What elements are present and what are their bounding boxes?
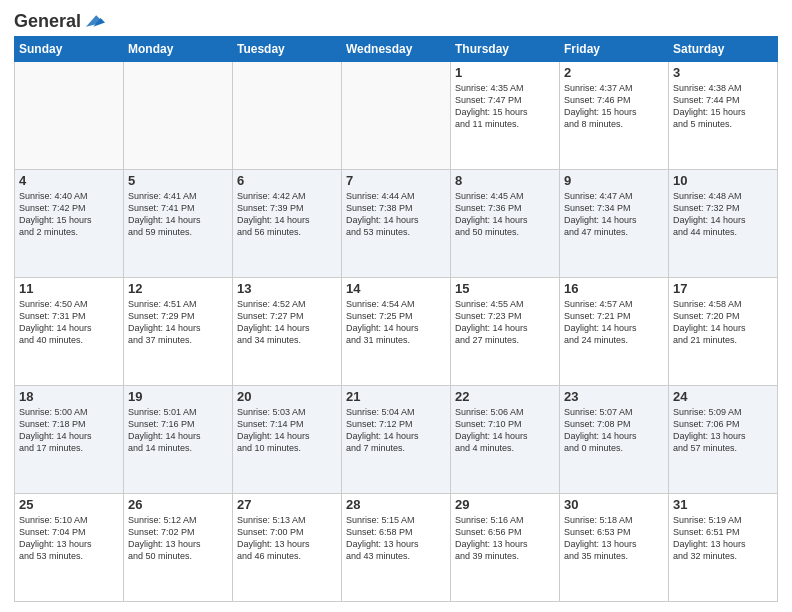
day-info: Sunrise: 5:06 AM Sunset: 7:10 PM Dayligh…: [455, 406, 555, 455]
calendar-week-4: 18Sunrise: 5:00 AM Sunset: 7:18 PM Dayli…: [15, 386, 778, 494]
day-number: 27: [237, 497, 337, 512]
calendar-cell: 31Sunrise: 5:19 AM Sunset: 6:51 PM Dayli…: [669, 494, 778, 602]
day-info: Sunrise: 4:37 AM Sunset: 7:46 PM Dayligh…: [564, 82, 664, 131]
calendar-cell: [233, 62, 342, 170]
calendar-cell: 20Sunrise: 5:03 AM Sunset: 7:14 PM Dayli…: [233, 386, 342, 494]
day-info: Sunrise: 4:54 AM Sunset: 7:25 PM Dayligh…: [346, 298, 446, 347]
day-number: 11: [19, 281, 119, 296]
day-info: Sunrise: 5:18 AM Sunset: 6:53 PM Dayligh…: [564, 514, 664, 563]
calendar-cell: 18Sunrise: 5:00 AM Sunset: 7:18 PM Dayli…: [15, 386, 124, 494]
day-info: Sunrise: 4:47 AM Sunset: 7:34 PM Dayligh…: [564, 190, 664, 239]
day-info: Sunrise: 4:41 AM Sunset: 7:41 PM Dayligh…: [128, 190, 228, 239]
day-info: Sunrise: 4:57 AM Sunset: 7:21 PM Dayligh…: [564, 298, 664, 347]
day-info: Sunrise: 5:09 AM Sunset: 7:06 PM Dayligh…: [673, 406, 773, 455]
calendar-cell: 26Sunrise: 5:12 AM Sunset: 7:02 PM Dayli…: [124, 494, 233, 602]
calendar-table: SundayMondayTuesdayWednesdayThursdayFrid…: [14, 36, 778, 602]
day-number: 1: [455, 65, 555, 80]
calendar-cell: 28Sunrise: 5:15 AM Sunset: 6:58 PM Dayli…: [342, 494, 451, 602]
day-number: 14: [346, 281, 446, 296]
calendar-cell: 7Sunrise: 4:44 AM Sunset: 7:38 PM Daylig…: [342, 170, 451, 278]
calendar-cell: 19Sunrise: 5:01 AM Sunset: 7:16 PM Dayli…: [124, 386, 233, 494]
calendar-cell: 25Sunrise: 5:10 AM Sunset: 7:04 PM Dayli…: [15, 494, 124, 602]
day-number: 15: [455, 281, 555, 296]
day-number: 26: [128, 497, 228, 512]
calendar-cell: 23Sunrise: 5:07 AM Sunset: 7:08 PM Dayli…: [560, 386, 669, 494]
day-info: Sunrise: 5:01 AM Sunset: 7:16 PM Dayligh…: [128, 406, 228, 455]
calendar-week-1: 1Sunrise: 4:35 AM Sunset: 7:47 PM Daylig…: [15, 62, 778, 170]
calendar-cell: 15Sunrise: 4:55 AM Sunset: 7:23 PM Dayli…: [451, 278, 560, 386]
logo-general-text: General: [14, 11, 81, 32]
day-info: Sunrise: 5:15 AM Sunset: 6:58 PM Dayligh…: [346, 514, 446, 563]
weekday-friday: Friday: [560, 37, 669, 62]
day-number: 22: [455, 389, 555, 404]
day-number: 18: [19, 389, 119, 404]
calendar-cell: 9Sunrise: 4:47 AM Sunset: 7:34 PM Daylig…: [560, 170, 669, 278]
day-info: Sunrise: 4:52 AM Sunset: 7:27 PM Dayligh…: [237, 298, 337, 347]
calendar-cell: 22Sunrise: 5:06 AM Sunset: 7:10 PM Dayli…: [451, 386, 560, 494]
day-number: 6: [237, 173, 337, 188]
calendar-cell: 14Sunrise: 4:54 AM Sunset: 7:25 PM Dayli…: [342, 278, 451, 386]
calendar-cell: 2Sunrise: 4:37 AM Sunset: 7:46 PM Daylig…: [560, 62, 669, 170]
calendar-cell: 24Sunrise: 5:09 AM Sunset: 7:06 PM Dayli…: [669, 386, 778, 494]
calendar-cell: 29Sunrise: 5:16 AM Sunset: 6:56 PM Dayli…: [451, 494, 560, 602]
calendar-week-3: 11Sunrise: 4:50 AM Sunset: 7:31 PM Dayli…: [15, 278, 778, 386]
day-info: Sunrise: 4:42 AM Sunset: 7:39 PM Dayligh…: [237, 190, 337, 239]
calendar-cell: [15, 62, 124, 170]
day-number: 24: [673, 389, 773, 404]
day-info: Sunrise: 4:35 AM Sunset: 7:47 PM Dayligh…: [455, 82, 555, 131]
day-info: Sunrise: 5:07 AM Sunset: 7:08 PM Dayligh…: [564, 406, 664, 455]
day-info: Sunrise: 5:03 AM Sunset: 7:14 PM Dayligh…: [237, 406, 337, 455]
day-number: 28: [346, 497, 446, 512]
day-number: 10: [673, 173, 773, 188]
day-number: 13: [237, 281, 337, 296]
day-number: 31: [673, 497, 773, 512]
day-number: 20: [237, 389, 337, 404]
calendar-cell: 5Sunrise: 4:41 AM Sunset: 7:41 PM Daylig…: [124, 170, 233, 278]
calendar-cell: 30Sunrise: 5:18 AM Sunset: 6:53 PM Dayli…: [560, 494, 669, 602]
day-number: 19: [128, 389, 228, 404]
day-number: 17: [673, 281, 773, 296]
day-number: 7: [346, 173, 446, 188]
day-number: 25: [19, 497, 119, 512]
calendar-cell: 21Sunrise: 5:04 AM Sunset: 7:12 PM Dayli…: [342, 386, 451, 494]
logo: General: [14, 10, 105, 28]
day-info: Sunrise: 4:38 AM Sunset: 7:44 PM Dayligh…: [673, 82, 773, 131]
calendar-cell: 16Sunrise: 4:57 AM Sunset: 7:21 PM Dayli…: [560, 278, 669, 386]
calendar-cell: [342, 62, 451, 170]
day-info: Sunrise: 5:12 AM Sunset: 7:02 PM Dayligh…: [128, 514, 228, 563]
calendar-cell: [124, 62, 233, 170]
logo-icon: [83, 10, 105, 32]
day-info: Sunrise: 5:04 AM Sunset: 7:12 PM Dayligh…: [346, 406, 446, 455]
page: General SundayMondayTuesdayWednesdayThur…: [0, 0, 792, 612]
day-info: Sunrise: 4:48 AM Sunset: 7:32 PM Dayligh…: [673, 190, 773, 239]
weekday-sunday: Sunday: [15, 37, 124, 62]
calendar-cell: 8Sunrise: 4:45 AM Sunset: 7:36 PM Daylig…: [451, 170, 560, 278]
calendar-week-2: 4Sunrise: 4:40 AM Sunset: 7:42 PM Daylig…: [15, 170, 778, 278]
day-number: 12: [128, 281, 228, 296]
calendar-cell: 12Sunrise: 4:51 AM Sunset: 7:29 PM Dayli…: [124, 278, 233, 386]
weekday-saturday: Saturday: [669, 37, 778, 62]
day-info: Sunrise: 5:19 AM Sunset: 6:51 PM Dayligh…: [673, 514, 773, 563]
calendar-cell: 6Sunrise: 4:42 AM Sunset: 7:39 PM Daylig…: [233, 170, 342, 278]
day-info: Sunrise: 5:10 AM Sunset: 7:04 PM Dayligh…: [19, 514, 119, 563]
calendar-cell: 1Sunrise: 4:35 AM Sunset: 7:47 PM Daylig…: [451, 62, 560, 170]
day-number: 16: [564, 281, 664, 296]
day-number: 21: [346, 389, 446, 404]
day-number: 30: [564, 497, 664, 512]
day-number: 9: [564, 173, 664, 188]
day-info: Sunrise: 4:45 AM Sunset: 7:36 PM Dayligh…: [455, 190, 555, 239]
day-info: Sunrise: 4:44 AM Sunset: 7:38 PM Dayligh…: [346, 190, 446, 239]
day-number: 3: [673, 65, 773, 80]
day-info: Sunrise: 4:58 AM Sunset: 7:20 PM Dayligh…: [673, 298, 773, 347]
day-number: 2: [564, 65, 664, 80]
day-info: Sunrise: 4:50 AM Sunset: 7:31 PM Dayligh…: [19, 298, 119, 347]
calendar-cell: 4Sunrise: 4:40 AM Sunset: 7:42 PM Daylig…: [15, 170, 124, 278]
day-info: Sunrise: 4:51 AM Sunset: 7:29 PM Dayligh…: [128, 298, 228, 347]
day-number: 4: [19, 173, 119, 188]
day-info: Sunrise: 4:55 AM Sunset: 7:23 PM Dayligh…: [455, 298, 555, 347]
calendar-week-5: 25Sunrise: 5:10 AM Sunset: 7:04 PM Dayli…: [15, 494, 778, 602]
header: General: [14, 10, 778, 28]
weekday-tuesday: Tuesday: [233, 37, 342, 62]
day-number: 5: [128, 173, 228, 188]
day-info: Sunrise: 5:13 AM Sunset: 7:00 PM Dayligh…: [237, 514, 337, 563]
